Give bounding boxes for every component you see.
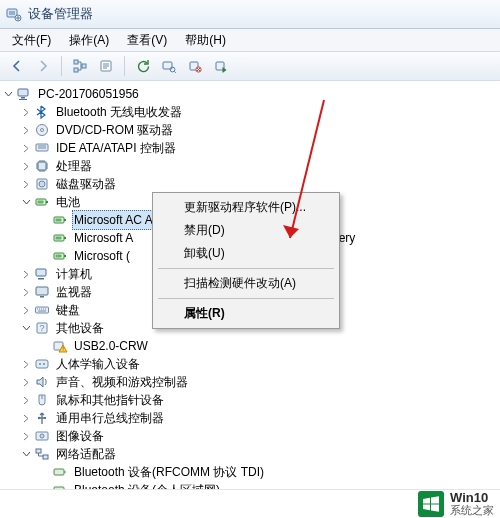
ctx-uninstall[interactable]: 卸载(U) [156,242,336,265]
tree-expander-closed[interactable] [20,376,32,388]
tree-item[interactable]: Bluetooth 设备(RFCOMM 协议 TDI) [2,463,500,481]
tree-item[interactable]: 鼠标和其他指针设备 [2,391,500,409]
tree-expander-closed[interactable] [20,304,32,316]
tree-expander-closed[interactable] [20,430,32,442]
tree-expander-closed[interactable] [20,178,32,190]
menu-action[interactable]: 操作(A) [61,30,117,51]
toolbar-tree-button[interactable] [69,55,91,77]
svg-rect-28 [64,237,66,239]
svg-rect-32 [56,255,62,258]
ctx-disable[interactable]: 禁用(D) [156,219,336,242]
indent [2,184,20,185]
svg-rect-22 [46,201,48,203]
tree-item[interactable]: 网络适配器 [2,445,500,463]
toolbar-enable-button[interactable] [210,55,232,77]
svg-rect-18 [38,162,46,170]
toolbar-scan-button[interactable] [158,55,180,77]
tree-item-label: PC-201706051956 [36,85,141,103]
indent [2,364,20,365]
svg-rect-52 [54,469,64,475]
menubar: 文件(F) 操作(A) 查看(V) 帮助(H) [0,29,500,52]
tree-expander-closed[interactable] [20,106,32,118]
brand-badge: Win10 系统之家 [418,491,494,517]
ide-icon [34,140,50,156]
windows-logo-icon [418,491,444,517]
tree-expander-closed[interactable] [20,358,32,370]
menu-help[interactable]: 帮助(H) [177,30,234,51]
tree-item-label: 键盘 [54,301,82,319]
usb-icon [34,410,50,426]
svg-rect-25 [64,219,66,221]
indent [2,202,20,203]
indent [2,346,38,347]
unknown-device-icon: ! [52,338,68,354]
tree-item[interactable]: IDE ATA/ATAPI 控制器 [2,139,500,157]
battery-icon [52,248,68,264]
svg-point-49 [40,434,44,438]
tree-expander-closed[interactable] [20,160,32,172]
tree-item[interactable]: 声音、视频和游戏控制器 [2,373,500,391]
indent [2,148,20,149]
svg-rect-43 [36,360,48,368]
ctx-properties[interactable]: 属性(R) [156,302,336,325]
tree-expander-closed[interactable] [20,286,32,298]
svg-rect-3 [74,60,78,64]
tree-item-label: 通用串行总线控制器 [54,409,166,427]
tree-item[interactable]: 磁盘驱动器 [2,175,500,193]
svg-point-16 [41,129,44,132]
tree-item[interactable]: 图像设备 [2,427,500,445]
indent [2,310,20,311]
toolbar-refresh-button[interactable] [132,55,154,77]
tree-item[interactable]: PC-201706051956 [2,85,500,103]
menu-view[interactable]: 查看(V) [119,30,175,51]
svg-rect-34 [38,278,44,280]
tree-item[interactable]: 处理器 [2,157,500,175]
tree-expander-open[interactable] [2,88,14,100]
network-icon [34,446,50,462]
ctx-update-driver[interactable]: 更新驱动程序软件(P)... [156,196,336,219]
imaging-icon [34,428,50,444]
battery-icon [52,212,68,228]
context-menu: 更新驱动程序软件(P)... 禁用(D) 卸载(U) 扫描检测硬件改动(A) 属… [152,192,340,329]
toolbar-props-button[interactable] [95,55,117,77]
indent [2,382,20,383]
app-icon [6,6,22,22]
ctx-separator [158,298,334,299]
tree-item[interactable]: 通用串行总线控制器 [2,409,500,427]
toolbar-uninstall-button[interactable] [184,55,206,77]
brand-top: Win10 [450,491,494,505]
tree-item[interactable]: DVD/CD-ROM 驱动器 [2,121,500,139]
svg-rect-23 [38,201,44,204]
dvd-icon [34,122,50,138]
tree-expander-open[interactable] [20,322,32,334]
svg-rect-13 [21,97,25,99]
tree-item[interactable]: 人体学输入设备 [2,355,500,373]
tree-expander-closed[interactable] [20,268,32,280]
tree-item-label: 网络适配器 [54,445,118,463]
tree-expander-closed[interactable] [20,412,32,424]
tree-item[interactable]: Bluetooth 无线电收发器 [2,103,500,121]
tree-item-label: 其他设备 [54,319,106,337]
toolbar-separator [61,56,62,76]
toolbar [0,52,500,81]
tree-expander-closed[interactable] [20,394,32,406]
back-button[interactable] [6,55,28,77]
tree-item-label: 鼠标和其他指针设备 [54,391,166,409]
network-adapter-icon [52,464,68,480]
hid-icon [34,356,50,372]
sound-icon [34,374,50,390]
forward-button[interactable] [32,55,54,77]
tree-expander-open[interactable] [20,448,32,460]
tree-item[interactable]: !USB2.0-CRW [2,337,500,355]
indent [2,166,20,167]
tree-item-label: USB2.0-CRW [72,337,150,355]
tree-expander-open[interactable] [20,196,32,208]
menu-file[interactable]: 文件(F) [4,30,59,51]
tree-expander-closed[interactable] [20,124,32,136]
svg-rect-36 [40,296,44,298]
battery-icon [34,194,50,210]
indent [2,238,38,239]
tree-expander-closed[interactable] [20,142,32,154]
tree-expander-none [38,250,50,262]
ctx-scan-hardware[interactable]: 扫描检测硬件改动(A) [156,272,336,295]
